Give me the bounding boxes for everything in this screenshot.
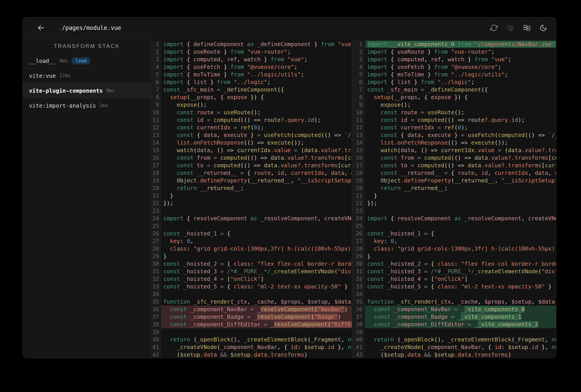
side-by-side-diff-icon [523,24,531,32]
diff-view-toggle-button[interactable] [523,24,531,32]
code-line-text: return (_openBlock(), _createElementBloc… [365,336,556,344]
code-panel-after[interactable]: 1import __vite_components_0 from '/compo… [352,39,556,358]
code-line-text: const _hoisted_5 = { class: "ml-2 text-x… [161,283,352,290]
code-line-text: const currentIdx = ref(0); [161,124,352,132]
code-line: 19 Object.defineProperty(__returned__, "… [151,177,352,184]
code-line: 12 const currentIdx = ref(0); [352,124,556,132]
line-number: 14 [352,139,365,146]
plugin-name: vite:vue [29,72,56,79]
code-line: 23 [151,207,352,215]
code-line: 28 class: "grid grid-cols-[300px,3fr] h-… [151,245,352,252]
code-line: 42 ($setup.data && $setup.data.transform… [352,351,556,358]
code-line: 6import { list } from "../logic"; [151,78,352,86]
plugin-duration: 17ms [59,73,70,78]
line-number: 31 [151,268,161,275]
code-line: 33const _hoisted_5 = { class: "ml-2 text… [151,283,352,290]
line-number: 10 [352,109,365,116]
code-line: 12 const currentIdx = ref(0); [151,124,352,132]
code-panel-before[interactable]: 1import { defineComponent as _defineComp… [151,39,352,358]
refresh-button[interactable] [490,24,498,32]
code-line: 21 } [151,192,352,200]
code-line-text: import { useFetch } from "@vueuse/core"; [161,63,352,71]
line-number: 25 [352,222,365,230]
line-number: 8 [352,94,365,101]
code-line: 27 key: 0, [352,238,556,245]
code-line: 4import { useFetch } from "@vueuse/core"… [151,63,352,71]
plugin-name: vite:import-analysis [29,102,96,109]
code-line-text [161,207,352,215]
code-line: 31const _hoisted_3 = /*#__PURE__*/_creat… [151,268,352,275]
code-line: 10 const route = useRoute(); [151,109,352,116]
code-line-text [365,328,556,336]
line-wrap-toggle-button[interactable] [506,24,514,32]
code-line: 20 return __returned__; [352,184,556,192]
code-line: 41 _createVNode(_component_NavBar, { id:… [151,344,352,351]
code-line-text: setup(__props, { expose }) { [161,94,352,101]
code-line: 38 const _component_DiffEditor = _resolv… [151,321,352,328]
code-line-text: key: 0, [365,238,556,245]
code-line-text: _createVNode(_component_NavBar, { id: $s… [365,344,556,351]
code-line-text: import { msToTime } from "../logic/utils… [365,71,556,78]
transform-stack-sidebar: TRANSFORM STACK __load__0msloadvite:vue1… [23,39,151,358]
theme-toggle-button[interactable] [540,24,547,32]
transform-stack-list: __load__0msloadvite:vue17msvite-plugin-c… [23,54,151,113]
line-number: 41 [151,344,161,351]
plugin-duration: 0ms [59,58,68,64]
line-number: 3 [352,56,365,63]
line-number: 9 [352,101,365,109]
line-number: 15 [352,146,365,154]
code-line-text [161,328,352,336]
line-number: 26 [151,230,161,238]
line-number: 1 [151,40,161,48]
code-line: 25 [151,222,352,230]
page-title-prefix: . [58,24,62,31]
code-line-text: expose(); [365,101,556,109]
code-line-text: import { resolveComponent as _resolveCom… [365,215,556,222]
code-line: 2import { useRoute } from "vue-router"; [352,48,556,56]
code-line-text: const from = computed(() => data.value?.… [161,154,352,162]
line-number: 38 [151,321,161,328]
transform-stack-item-vite-import-analysis[interactable]: vite:import-analysis2ms [23,98,151,113]
code-line-text: const __returned__ = { route, id, curren… [365,169,556,177]
code-line-text: import { resolveComponent as _resolveCom… [161,215,352,222]
code-line: 18 const __returned__ = { route, id, cur… [151,169,352,177]
transform-stack-item--load-[interactable]: __load__0msload [23,54,151,68]
code-line: 29} [352,252,556,260]
code-line-text: const to = computed(() => data.value?.tr… [365,162,556,169]
code-line-text: import { msToTime } from "../logic/utils… [161,71,352,78]
line-number: 12 [151,124,161,132]
code-line-text: ($setup.data && $setup.data.transforms) [161,351,352,358]
line-number: 30 [151,260,161,268]
code-line-text: const to = computed(() => data.value?.tr… [161,162,352,169]
line-number: 7 [352,86,365,94]
line-number: 19 [352,177,365,184]
line-number: 16 [151,154,161,162]
back-button[interactable] [36,24,46,32]
code-line: 26const _hoisted_1 = { [352,230,556,238]
line-number: 11 [352,116,365,124]
code-line-text: const _component_Badge = _resolveCompone… [161,313,352,321]
code-line: 15 watch(data, () => currentIdx.value = … [151,146,352,154]
code-line: 36 const _component_NavBar = __vite_comp… [352,306,556,313]
code-line-text: const _hoisted_4 = ["onClick"] [161,275,352,283]
code-line: 35function _sfc_render(_ctx, _cache, $pr… [352,298,556,306]
code-line: 13 const { data, execute } = useFetch(co… [352,132,556,139]
code-line-text: const route = useRoute(); [365,109,556,116]
transform-stack-item-vite-vue[interactable]: vite:vue17ms [23,68,151,83]
code-line-text: watch(data, () => currentIdx.value = (da… [365,146,556,154]
line-number: 36 [151,306,161,313]
line-number: 4 [352,63,365,71]
code-line-text: const _component_DiffEditor = __vite_com… [365,321,556,328]
code-line: 13 const { data, execute } = useFetch(co… [151,132,352,139]
line-number: 32 [352,275,365,283]
line-number: 24 [151,215,161,222]
plugin-duration: 0ms [106,88,115,93]
line-number: 5 [352,71,365,78]
line-number: 27 [352,238,365,245]
code-line: 9 expose(); [352,101,556,109]
line-number: 39 [151,328,161,336]
code-line: 27 key: 0, [151,238,352,245]
transform-stack-item-vite-plugin-components[interactable]: vite-plugin-components0ms [23,83,151,98]
code-line-text: import { defineComponent as _defineCompo… [161,40,352,48]
line-number: 41 [352,344,365,351]
